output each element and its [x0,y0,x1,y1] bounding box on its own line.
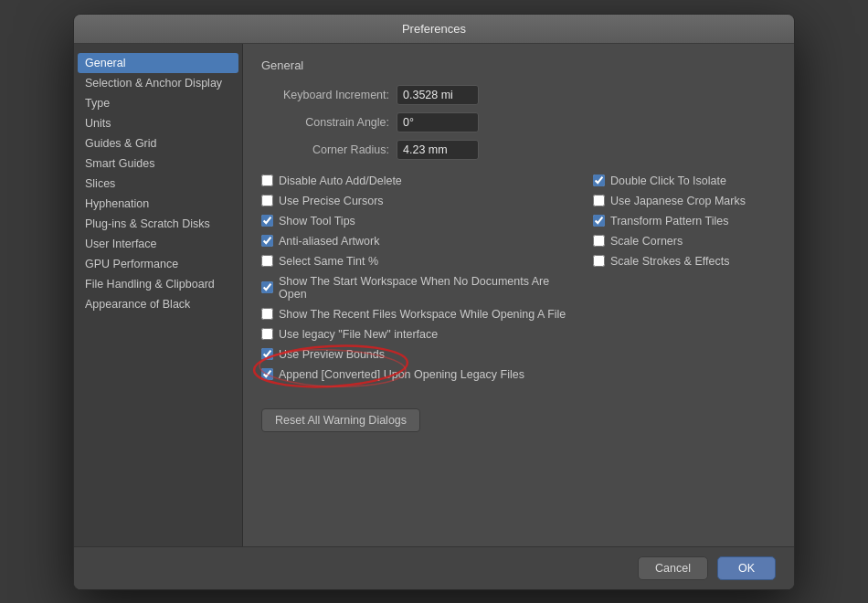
sidebar-item-gpu[interactable]: GPU Performance [74,254,242,274]
show-start-workspace-label: Show The Start Workspace When No Documen… [279,275,575,301]
double-click-isolate-label: Double Click To Isolate [610,175,726,187]
sidebar-item-units[interactable]: Units [74,113,242,133]
show-recent-files-checkbox[interactable] [261,308,273,320]
checkbox-col-right: Double Click To Isolate Use Japanese Cro… [593,175,776,432]
constrain-angle-label: Constrain Angle: [261,116,389,129]
anti-aliased-label: Anti-aliased Artwork [279,235,379,248]
append-converted-checkbox[interactable] [261,368,273,380]
dialog-title: Preferences [402,22,466,36]
use-preview-bounds-container: Use Preview Bounds [261,348,575,361]
corner-radius-field: Corner Radius: [261,140,776,160]
sidebar-item-ui[interactable]: User Interface [74,234,242,254]
scale-corners-label: Scale Corners [610,235,683,248]
sidebar-item-appearance[interactable]: Appearance of Black [74,294,242,314]
checkboxes-area: Disable Auto Add/Delete Use Precise Curs… [261,175,776,432]
checkbox-row-scale-strokes: Scale Strokes & Effects [593,255,776,268]
checkbox-row-japanese-crop: Use Japanese Crop Marks [593,195,776,207]
corner-radius-label: Corner Radius: [261,143,389,156]
corner-radius-input[interactable] [397,140,479,160]
checkbox-col-left: Disable Auto Add/Delete Use Precise Curs… [261,175,575,432]
transform-pattern-label: Transform Pattern Tiles [610,215,728,227]
sidebar-item-guides[interactable]: Guides & Grid [74,133,242,153]
title-bar: Preferences [74,15,794,44]
sidebar: General Selection & Anchor Display Type … [74,44,243,546]
keyboard-increment-field: Keyboard Increment: [261,85,776,105]
preferences-dialog: Preferences General Selection & Anchor D… [73,14,795,590]
use-legacy-label: Use legacy "File New" interface [279,328,438,341]
transform-pattern-checkbox[interactable] [593,215,605,227]
show-recent-files-label: Show The Recent Files Workspace While Op… [279,308,566,321]
scale-strokes-label: Scale Strokes & Effects [610,255,729,268]
show-tool-tips-checkbox[interactable] [261,215,273,227]
precise-cursors-label: Use Precise Cursors [279,195,384,207]
checkbox-row-transform-pattern: Transform Pattern Tiles [593,215,776,227]
sidebar-item-plugins[interactable]: Plug-ins & Scratch Disks [74,214,242,234]
checkbox-row-precise-cursors: Use Precise Cursors [261,195,575,207]
use-preview-bounds-label: Use Preview Bounds [279,348,385,361]
use-legacy-checkbox[interactable] [261,328,273,340]
disable-auto-label: Disable Auto Add/Delete [279,175,402,187]
main-content: General Keyboard Increment: Constrain An… [243,44,794,546]
show-tool-tips-label: Show Tool Tips [279,215,355,227]
checkbox-row-append-converted: Append [Converted] Upon Opening Legacy F… [261,368,575,381]
precise-cursors-checkbox[interactable] [261,195,273,206]
keyboard-increment-input[interactable] [397,85,479,105]
sidebar-item-hyphenation[interactable]: Hyphenation [74,194,242,214]
cancel-button[interactable]: Cancel [638,556,708,580]
checkbox-row-use-legacy: Use legacy "File New" interface [261,328,575,341]
checkbox-row-double-click-isolate: Double Click To Isolate [593,175,776,187]
sidebar-item-slices[interactable]: Slices [74,174,242,194]
keyboard-increment-label: Keyboard Increment: [261,89,389,101]
reset-button-container: Reset All Warning Dialogs [261,394,575,432]
scale-corners-checkbox[interactable] [593,235,605,247]
use-preview-bounds-checkbox[interactable] [261,348,273,360]
show-start-workspace-checkbox[interactable] [261,281,273,293]
anti-aliased-checkbox[interactable] [261,235,273,247]
checkbox-row-select-same-tint: Select Same Tint % [261,255,575,268]
scale-strokes-checkbox[interactable] [593,255,605,267]
double-click-isolate-checkbox[interactable] [593,175,605,186]
checkbox-row-anti-aliased: Anti-aliased Artwork [261,235,575,248]
constrain-angle-field: Constrain Angle: [261,112,776,132]
checkbox-row-disable-auto: Disable Auto Add/Delete [261,175,575,187]
checkbox-row-show-start-workspace: Show The Start Workspace When No Documen… [261,275,575,301]
dialog-footer: Cancel OK [74,546,794,589]
sidebar-item-type[interactable]: Type [74,93,242,113]
select-same-tint-checkbox[interactable] [261,255,273,267]
sidebar-item-selection[interactable]: Selection & Anchor Display [74,73,242,93]
reset-all-warning-dialogs-button[interactable]: Reset All Warning Dialogs [261,408,420,432]
append-converted-label: Append [Converted] Upon Opening Legacy F… [279,368,524,381]
checkbox-row-show-recent-files: Show The Recent Files Workspace While Op… [261,308,575,321]
section-title: General [261,58,776,72]
sidebar-item-general[interactable]: General [78,53,238,73]
checkbox-row-show-tool-tips: Show Tool Tips [261,215,575,227]
checkbox-row-scale-corners: Scale Corners [593,235,776,248]
dialog-body: General Selection & Anchor Display Type … [74,44,794,546]
japanese-crop-checkbox[interactable] [593,195,605,206]
checkbox-row-use-preview-bounds: Use Preview Bounds [261,348,575,361]
japanese-crop-label: Use Japanese Crop Marks [610,195,746,207]
sidebar-item-file-handling[interactable]: File Handling & Clipboard [74,274,242,294]
ok-button[interactable]: OK [717,556,776,580]
sidebar-item-smart-guides[interactable]: Smart Guides [74,153,242,174]
disable-auto-checkbox[interactable] [261,175,273,186]
constrain-angle-input[interactable] [397,112,479,132]
select-same-tint-label: Select Same Tint % [279,255,378,268]
